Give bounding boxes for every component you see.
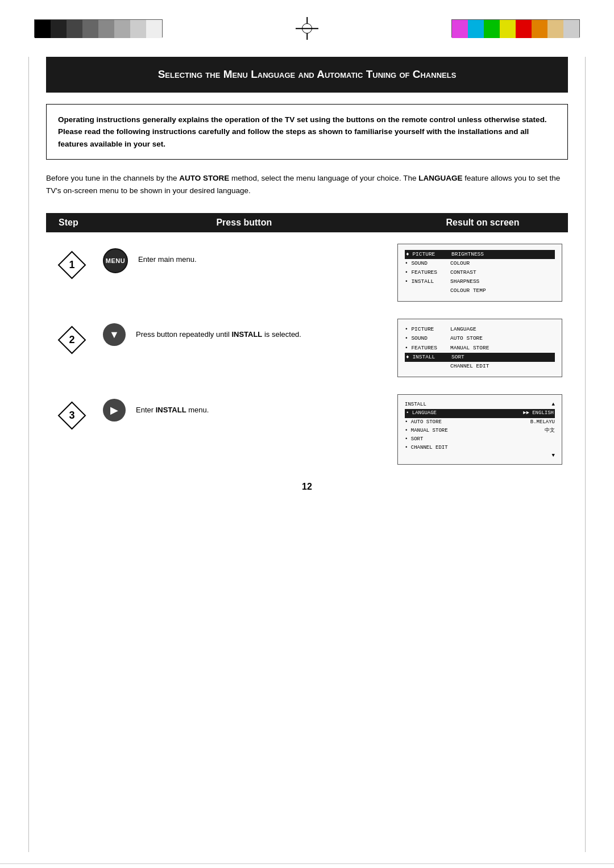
tv2-row-features: • FEATURES MANUAL STORE bbox=[405, 344, 555, 353]
tv3-down-arrow-row: ▼ bbox=[405, 453, 555, 458]
tv-col-colour: COLOUR bbox=[450, 259, 555, 268]
tv3-chinese: 中文 bbox=[545, 427, 555, 435]
step-2-description: Press button repeatedly until INSTALL is… bbox=[136, 323, 301, 340]
crosshair-circle bbox=[302, 23, 312, 34]
step-row-1: 1 MENU Enter main menu. ♦ PICTURE BRIGHT… bbox=[46, 244, 568, 302]
tv2-install-left: ♦ INSTALL bbox=[406, 353, 446, 362]
step-2-result: • PICTURE LANGUAGE • SOUND AUTO STORE • … bbox=[397, 319, 568, 377]
tv3-down-arrow: ▼ bbox=[552, 453, 555, 458]
tv-col-features-left: • FEATURES bbox=[405, 268, 445, 277]
tv2-chanedit: CHANNEL EDIT bbox=[450, 362, 555, 371]
tv3-sort-left: • SORT bbox=[405, 436, 423, 442]
step-1-result: ♦ PICTURE BRIGHTNESS • SOUND COLOUR • FE… bbox=[397, 244, 568, 302]
step-3-description: Enter INSTALL menu. bbox=[136, 399, 209, 416]
swatch-tan bbox=[547, 20, 563, 38]
swatch-magenta bbox=[452, 20, 468, 38]
menu-button-label: MENU bbox=[106, 257, 125, 264]
tv2-manualstore: MANUAL STORE bbox=[450, 344, 555, 353]
tv-row-sound: • SOUND COLOUR bbox=[405, 259, 555, 268]
tv3-install-header: INSTALL ▲ bbox=[405, 400, 555, 409]
swatch-light bbox=[146, 20, 162, 38]
swatch-dark3 bbox=[82, 20, 98, 38]
swatch-gray3 bbox=[130, 20, 146, 38]
swatch-light2 bbox=[563, 20, 579, 38]
step-2-button-area: ▼ Press button repeatedly until INSTALL … bbox=[97, 319, 397, 346]
tv3-install-label: INSTALL bbox=[405, 400, 426, 409]
footer: 8521/Eng/69R/79R p12-16 4/23/03, 2:55 PM bbox=[0, 863, 614, 868]
tv-screen-1: ♦ PICTURE BRIGHTNESS • SOUND COLOUR • FE… bbox=[397, 244, 562, 302]
tv2-row-chanedit: CHANNEL EDIT bbox=[405, 362, 555, 371]
down-arrow-icon: ▼ bbox=[109, 329, 119, 341]
tv3-sort-row: • SORT bbox=[405, 435, 555, 444]
swatch-dark1 bbox=[51, 20, 67, 38]
tv-row-install: • INSTALL SHARPNESS bbox=[405, 277, 555, 286]
step-1-button-area: MENU Enter main menu. bbox=[97, 244, 397, 273]
swatch-gray2 bbox=[114, 20, 130, 38]
step-number-2: 2 bbox=[46, 319, 97, 356]
right-arrow-icon: ▶ bbox=[110, 404, 118, 416]
table-header: Step Press button Result on screen bbox=[46, 213, 568, 232]
intro-para-mid: method, select the menu language of your… bbox=[229, 174, 418, 182]
swatch-red bbox=[516, 20, 532, 38]
step-number-1: 1 bbox=[46, 244, 97, 281]
step-diamond-2: 2 bbox=[56, 324, 88, 356]
tv2-row-install: ♦ INSTALL SORT bbox=[405, 353, 555, 362]
header-press: Press button bbox=[91, 213, 397, 232]
step-3-result: INSTALL ▲ • LANGUAGE ►► ENGLISH • AUTO S… bbox=[397, 394, 568, 465]
install-bold-3: INSTALL bbox=[156, 406, 186, 414]
page-inner: Selecting the Menu Language and Automati… bbox=[28, 57, 586, 852]
down-arrow-button[interactable]: ▼ bbox=[103, 323, 126, 346]
tv-row-coltemp: COLOUR TEMP bbox=[405, 286, 555, 295]
step-number-3: 3 bbox=[46, 394, 97, 431]
tv3-language-row: • LANGUAGE ►► ENGLISH bbox=[405, 409, 555, 418]
svg-text:2: 2 bbox=[69, 334, 74, 345]
tv3-manualstore-row: • MANUAL STORE 中文 bbox=[405, 427, 555, 435]
tv-col-install-left: • INSTALL bbox=[405, 277, 445, 286]
tv3-bmelayu: B.MELAYU bbox=[530, 418, 555, 427]
tv2-features-left: • FEATURES bbox=[405, 344, 445, 353]
intro-bold-language: LANGUAGE bbox=[418, 174, 462, 182]
intro-paragraph: Before you tune in the channels by the A… bbox=[46, 172, 568, 197]
intro-box: Operating instructions generally explain… bbox=[46, 104, 568, 160]
tv3-up-arrow: ▲ bbox=[552, 400, 555, 409]
tv-col-picture-left: ♦ PICTURE bbox=[406, 250, 446, 259]
tv2-picture-left: • PICTURE bbox=[405, 325, 445, 334]
install-bold: INSTALL bbox=[231, 330, 262, 339]
svg-text:3: 3 bbox=[69, 410, 74, 421]
tv2-row-picture: • PICTURE LANGUAGE bbox=[405, 325, 555, 334]
menu-button[interactable]: MENU bbox=[103, 248, 128, 273]
tv2-sound-left: • SOUND bbox=[405, 334, 445, 343]
tv-screen-3: INSTALL ▲ • LANGUAGE ►► ENGLISH • AUTO S… bbox=[397, 394, 562, 465]
intro-box-text: Operating instructions generally explain… bbox=[58, 115, 547, 148]
header-step: Step bbox=[46, 213, 91, 232]
tv3-chanedit-left: • CHANNEL EDIT bbox=[405, 445, 448, 450]
page-number: 12 bbox=[46, 482, 568, 492]
tv3-manualstore-left: • MANUAL STORE bbox=[405, 427, 448, 435]
intro-para-before: Before you tune in the channels by the bbox=[46, 174, 179, 182]
swatch-green bbox=[484, 20, 500, 38]
title-block: Selecting the Menu Language and Automati… bbox=[46, 57, 568, 93]
tv3-language-left: • LANGUAGE bbox=[406, 409, 437, 418]
swatch-orange bbox=[532, 20, 547, 38]
svg-text:1: 1 bbox=[69, 259, 74, 270]
tv2-empty bbox=[405, 362, 445, 371]
tv2-autostore: AUTO STORE bbox=[450, 334, 555, 343]
step-diamond-1: 1 bbox=[56, 249, 88, 281]
tv-row-features: • FEATURES CONTRAST bbox=[405, 268, 555, 277]
top-bar-container bbox=[0, 0, 614, 51]
swatch-cyan bbox=[468, 20, 484, 38]
tv-col-sound-left: • SOUND bbox=[405, 259, 445, 268]
tv3-autostore-row: • AUTO STORE B.MELAYU bbox=[405, 418, 555, 427]
step-row-2: 2 ▼ Press button repeatedly until INSTAL… bbox=[46, 319, 568, 377]
color-strip-right bbox=[451, 19, 580, 37]
swatch-dark2 bbox=[67, 20, 82, 38]
tv-row-picture: ♦ PICTURE BRIGHTNESS bbox=[405, 250, 555, 259]
tv2-language: LANGUAGE bbox=[450, 325, 555, 334]
color-strip-left bbox=[34, 19, 163, 37]
swatch-black bbox=[35, 20, 51, 38]
tv3-chanedit-row: • CHANNEL EDIT bbox=[405, 444, 555, 452]
right-arrow-button[interactable]: ▶ bbox=[103, 399, 126, 422]
tv3-english: ►► ENGLISH bbox=[523, 409, 554, 418]
tv-col-sharpness: SHARPNESS bbox=[450, 277, 555, 286]
step-row-3: 3 ▶ Enter INSTALL menu. INSTALL ▲ • LANG… bbox=[46, 394, 568, 465]
